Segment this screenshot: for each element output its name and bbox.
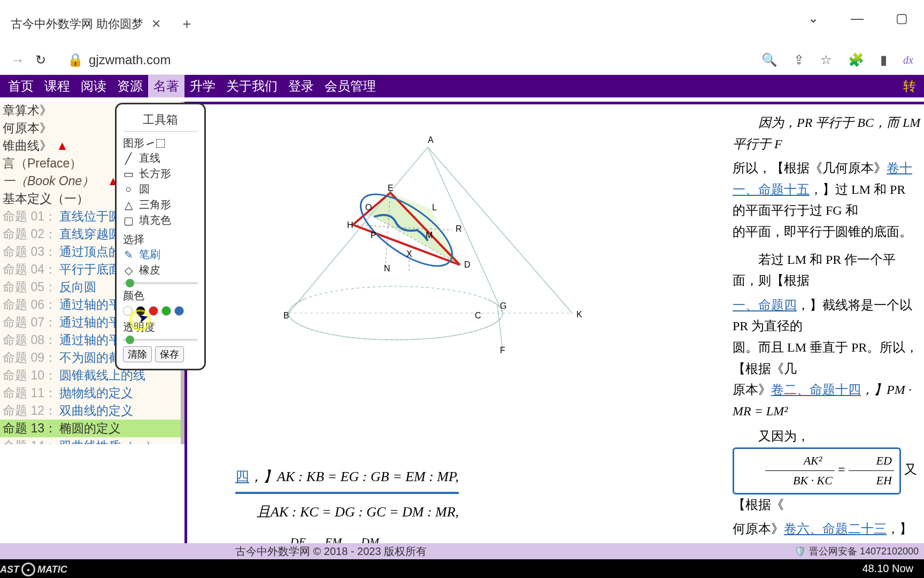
svg-text:C: C (475, 311, 481, 320)
browser-tab[interactable]: 古今中外数学网 助你圆梦 ✕ (0, 11, 172, 37)
bookmark-star-icon[interactable]: ☆ (820, 52, 832, 67)
tabs-dropdown-icon[interactable]: ⌄ (808, 11, 819, 26)
shape-fill[interactable]: ▢填充色 (123, 212, 198, 228)
save-button[interactable]: 保存 (155, 346, 184, 362)
status-bar: AST●MATIC 48.10 Now (0, 559, 924, 578)
select-label: 选择 (123, 232, 198, 247)
clear-button[interactable]: 清除 (123, 346, 152, 362)
toolbox-title: 工具箱 (123, 109, 198, 132)
timestamp: 48.10 Now (862, 562, 913, 575)
math-text: 因为，PR 平行于 BC，而 LM 平行于 F 所以，【根据《几何原本》卷十一、… (733, 112, 921, 546)
svg-text:O: O (365, 203, 372, 212)
svg-text:G: G (500, 301, 506, 310)
shape-rect[interactable]: ▭长方形 (123, 166, 198, 181)
sidebar-proposition[interactable]: 命题 11：抛物线的定义 (0, 384, 181, 402)
color-label: 颜色 (123, 288, 198, 303)
sidebar-proposition[interactable]: 命题 14：双曲线性质（一） (0, 437, 181, 444)
svg-text:E: E (388, 184, 394, 193)
reload-button[interactable]: ↻ (35, 52, 46, 67)
tab-close-icon[interactable]: ✕ (151, 17, 161, 31)
svg-text:B: B (283, 311, 289, 320)
svg-text:K: K (576, 310, 582, 319)
color-swatch[interactable] (174, 306, 184, 316)
app-icon[interactable]: dx (903, 54, 913, 66)
site-footer: 古今中外数学网 © 2018 - 2023 版权所有 🛡️ 晋公网安备 1407… (0, 543, 924, 559)
tool-brush[interactable]: ✎笔刷 (123, 247, 198, 262)
gov-badge[interactable]: 🛡️ 晋公网安备 14072102000 (794, 545, 919, 558)
copyright-text: 古今中外数学网 © 2018 - 2023 版权所有 (235, 544, 427, 559)
svg-line-4 (428, 147, 572, 313)
link-vol2-p14[interactable]: 卷二、命题十四 (771, 383, 861, 397)
svg-text:F: F (500, 346, 505, 355)
forward-button[interactable]: → (11, 52, 25, 69)
panel-icon[interactable]: ▮ (880, 52, 887, 67)
shape-triangle[interactable]: △三角形 (123, 197, 198, 212)
color-swatch[interactable] (149, 306, 158, 316)
sidebar-proposition[interactable]: 命题 13：椭圆的定义 (0, 420, 181, 437)
link-vol1-p4[interactable]: 一、命题四 (733, 298, 797, 312)
geometry-figure: A E O L H P R M X N D B C G K F (230, 110, 594, 367)
main-content: A E O L H P R M X N D B C G K F 因为，PR 平行… (184, 102, 924, 546)
new-tab-button[interactable]: + (182, 16, 191, 33)
nav-course[interactable]: 课程 (39, 75, 75, 97)
sidebar-proposition[interactable]: 命题 12：双曲线的定义 (0, 402, 181, 420)
svg-text:P: P (371, 231, 376, 240)
url-text: gjzwmath.com (89, 52, 171, 67)
nav-marquee: 转 (903, 78, 921, 95)
nav-login[interactable]: 登录 (283, 75, 319, 97)
link-four[interactable]: 四 (235, 469, 249, 484)
svg-text:R: R (456, 224, 462, 233)
nav-resource[interactable]: 资源 (112, 75, 148, 97)
extensions-icon[interactable]: 🧩 (848, 52, 864, 67)
tab-title: 古今中外数学网 助你圆梦 (11, 16, 143, 32)
nav-read[interactable]: 阅读 (75, 75, 112, 97)
color-swatch[interactable] (161, 306, 171, 316)
svg-text:A: A (428, 135, 434, 144)
nav-about[interactable]: 关于我们 (221, 75, 283, 97)
share-icon[interactable]: ⇪ (794, 52, 804, 67)
svg-text:X: X (406, 249, 412, 258)
nav-admission[interactable]: 升学 (184, 75, 221, 97)
shape-circle[interactable]: ○圆 (123, 181, 198, 197)
main-nav: 首页 课程 阅读 资源 名著 升学 关于我们 登录 会员管理 转 (0, 75, 924, 97)
svg-text:D: D (464, 260, 471, 269)
toolbox-panel: 工具箱 图形 ╱直线 ▭长方形 ○圆 △三角形 ▢填充色 选择 ✎笔刷 ◇橡皮 … (115, 103, 206, 370)
lock-icon: 🔒 (67, 52, 83, 67)
svg-text:N: N (384, 264, 390, 273)
nav-member[interactable]: 会员管理 (319, 75, 381, 97)
size-slider[interactable] (123, 282, 198, 284)
zoom-icon[interactable]: 🔍 (761, 52, 777, 67)
svg-text:M: M (426, 231, 433, 240)
link-vol6-p23[interactable]: 卷六、命题二十三 (784, 522, 887, 536)
nav-classic[interactable]: 名著 (148, 75, 184, 97)
svg-text:L: L (432, 203, 437, 212)
opacity-slider[interactable] (123, 339, 198, 341)
shape-label: 图形 (123, 136, 198, 150)
address-bar[interactable]: 🔒 gjzwmath.com (67, 52, 751, 67)
minimize-button[interactable]: — (851, 11, 864, 26)
bottom-equations: 四，】AK : KB = EG : GB = EM : MP, 且AK : KC… (422, 463, 646, 546)
nav-home[interactable]: 首页 (3, 75, 39, 97)
screencast-logo: AST●MATIC (0, 562, 67, 576)
svg-text:H: H (347, 220, 353, 230)
maximize-button[interactable]: ▢ (896, 11, 908, 26)
shape-line[interactable]: ╱直线 (123, 150, 198, 166)
tool-eraser[interactable]: ◇橡皮 (123, 262, 198, 278)
